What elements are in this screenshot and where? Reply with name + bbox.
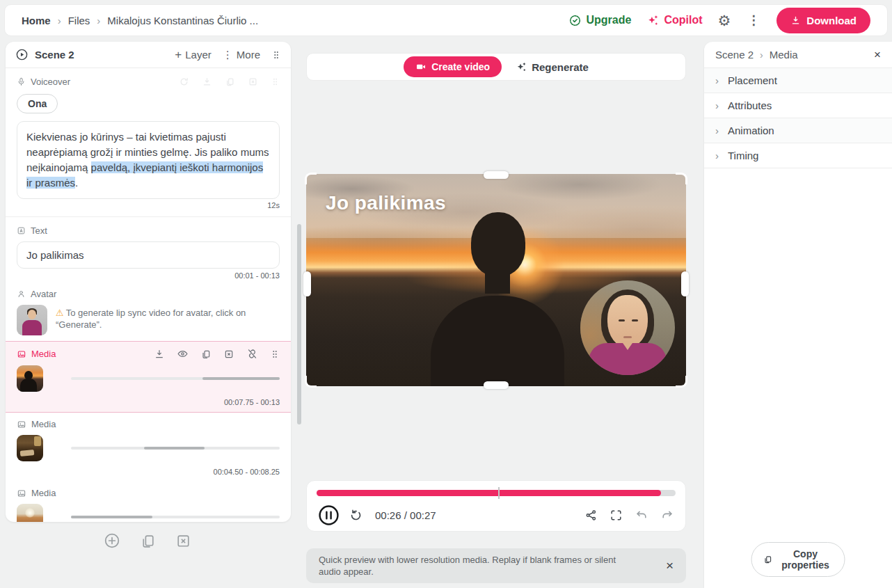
badge-check-icon bbox=[568, 14, 582, 27]
app-root: Home › Files › Mikalojus Konstantinas Či… bbox=[0, 0, 892, 588]
media-timing: 00:07.75 - 00:13 bbox=[17, 398, 280, 406]
avatar-warning-text: To generate lip sync video for avatar, c… bbox=[56, 308, 246, 330]
add-layer-label: Layer bbox=[185, 49, 212, 61]
duplicate-icon bbox=[225, 77, 235, 87]
properties-crumb-scene[interactable]: Scene 2 bbox=[715, 49, 754, 61]
chevron-right-icon: › bbox=[760, 49, 763, 61]
regenerate-button[interactable]: Regenerate bbox=[516, 61, 589, 73]
person-icon bbox=[17, 289, 26, 299]
download-icon[interactable] bbox=[154, 349, 165, 360]
section-placement[interactable]: › Placement bbox=[704, 68, 892, 93]
section-animation[interactable]: › Animation bbox=[704, 118, 892, 143]
avatar-thumbnail[interactable] bbox=[17, 305, 47, 335]
scene-panel: Scene 2 + Layer ⋮ More bbox=[6, 42, 291, 522]
voiceover-script-textarea[interactable]: Kiekvienas jo kūrinys – tai kvietimas pa… bbox=[17, 121, 280, 199]
delete-scene-icon[interactable] bbox=[175, 532, 192, 550]
breadcrumb-files[interactable]: Files bbox=[68, 15, 90, 26]
kebab-menu-icon[interactable]: ⋮ bbox=[746, 13, 761, 28]
scene-panel-header: Scene 2 + Layer ⋮ More bbox=[6, 42, 291, 68]
media-layer-row[interactable]: Media 00:04.50 - 00:08.25 bbox=[6, 413, 291, 482]
download-icon bbox=[790, 15, 801, 26]
selection-edge-handle[interactable] bbox=[484, 381, 509, 389]
drag-handle-icon[interactable] bbox=[270, 349, 280, 359]
eye-icon[interactable] bbox=[177, 348, 189, 360]
media-trim-slider[interactable] bbox=[71, 516, 280, 518]
regenerate-icon bbox=[179, 77, 189, 87]
upgrade-button[interactable]: Upgrade bbox=[568, 14, 632, 27]
section-timing[interactable]: › Timing bbox=[704, 143, 892, 168]
voiceover-label: Voiceover bbox=[31, 77, 70, 87]
media-thumbnail[interactable] bbox=[17, 435, 43, 461]
playback-progress-bar[interactable] bbox=[317, 490, 676, 496]
selection-corner-handle[interactable] bbox=[305, 173, 317, 184]
selection-corner-handle[interactable] bbox=[676, 376, 687, 388]
share-icon[interactable] bbox=[584, 509, 598, 522]
media-thumbnail[interactable] bbox=[17, 504, 43, 522]
fullscreen-icon[interactable] bbox=[610, 509, 623, 522]
redo-icon[interactable] bbox=[660, 508, 674, 522]
text-input[interactable] bbox=[17, 241, 280, 269]
video-camera-icon bbox=[415, 61, 427, 72]
scene-marker bbox=[498, 487, 500, 499]
selection-corner-handle[interactable] bbox=[676, 173, 687, 184]
avatar-face bbox=[607, 295, 648, 348]
pause-button[interactable] bbox=[318, 504, 340, 526]
section-attributes[interactable]: › Attributes bbox=[704, 93, 892, 118]
duplicate-scene-icon[interactable] bbox=[139, 532, 157, 550]
delete-icon bbox=[248, 77, 258, 87]
copy-properties-button[interactable]: Copy properties bbox=[751, 542, 845, 577]
regenerate-label: Regenerate bbox=[532, 61, 589, 73]
vertical-scrollbar[interactable] bbox=[297, 224, 301, 424]
play-circle-icon[interactable] bbox=[15, 48, 29, 61]
divider bbox=[6, 216, 291, 217]
replay-icon[interactable] bbox=[349, 508, 363, 523]
delete-icon[interactable] bbox=[223, 349, 234, 360]
media-trim-slider[interactable] bbox=[71, 377, 280, 380]
media-layer-row[interactable]: Media 00:00 - 00:05 bbox=[6, 482, 291, 522]
drag-handle-icon bbox=[271, 77, 280, 87]
voice-chip[interactable]: Ona bbox=[17, 94, 58, 113]
video-preview[interactable]: Jo palikimas bbox=[306, 174, 686, 386]
silhouette-person bbox=[471, 212, 525, 276]
create-video-button[interactable]: Create video bbox=[404, 56, 502, 77]
duplicate-icon[interactable] bbox=[200, 349, 212, 360]
breadcrumb-filename[interactable]: Mikalojus Konstantinas Čiurlio ... bbox=[107, 15, 258, 26]
close-icon[interactable]: × bbox=[666, 558, 674, 573]
properties-panel: Scene 2 › Media × › Placement › Attribut… bbox=[704, 42, 892, 588]
close-icon[interactable]: × bbox=[874, 48, 881, 62]
media-image-icon bbox=[17, 420, 26, 429]
unlink-icon[interactable] bbox=[246, 348, 258, 360]
media-layer-row[interactable]: Media 00:07.75 - 00:13 bbox=[6, 341, 291, 413]
chevron-right-icon: › bbox=[97, 15, 100, 26]
selection-edge-handle[interactable] bbox=[484, 171, 509, 179]
media-label: Media bbox=[31, 349, 56, 359]
media-thumbnail[interactable] bbox=[17, 365, 43, 392]
top-bar: Home › Files › Mikalojus Konstantinas Či… bbox=[4, 4, 888, 36]
video-action-bar: Create video Regenerate bbox=[306, 53, 686, 81]
plus-icon: + bbox=[175, 48, 182, 62]
drag-handle-icon[interactable] bbox=[271, 50, 281, 60]
more-button[interactable]: ⋮ More bbox=[223, 49, 260, 61]
video-text-overlay[interactable]: Jo palikimas bbox=[326, 192, 446, 214]
undo-icon[interactable] bbox=[635, 508, 648, 522]
selection-edge-handle[interactable] bbox=[303, 271, 311, 296]
sparkles-icon bbox=[646, 14, 660, 27]
add-scene-icon[interactable] bbox=[103, 532, 121, 550]
chevron-right-icon: › bbox=[715, 100, 719, 111]
add-layer-button[interactable]: + Layer bbox=[175, 48, 211, 62]
media-trim-slider[interactable] bbox=[71, 447, 280, 450]
player-bar: 00:26 / 00:27 bbox=[306, 480, 686, 532]
copy-properties-label: Copy properties bbox=[778, 548, 834, 571]
progress-fill bbox=[317, 490, 661, 496]
avatar-overlay[interactable] bbox=[580, 280, 675, 375]
download-button[interactable]: Download bbox=[776, 8, 870, 33]
chevron-right-icon: › bbox=[715, 125, 719, 136]
selection-corner-handle[interactable] bbox=[305, 376, 317, 388]
gear-icon[interactable]: ⚙ bbox=[718, 13, 731, 28]
download-icon bbox=[202, 77, 212, 87]
notice-text: Quick preview with lower resolution medi… bbox=[319, 554, 632, 578]
copilot-button[interactable]: Copilot bbox=[646, 14, 702, 27]
copilot-label: Copilot bbox=[664, 14, 702, 26]
breadcrumb-home[interactable]: Home bbox=[22, 15, 51, 26]
selection-edge-handle[interactable] bbox=[681, 271, 689, 296]
